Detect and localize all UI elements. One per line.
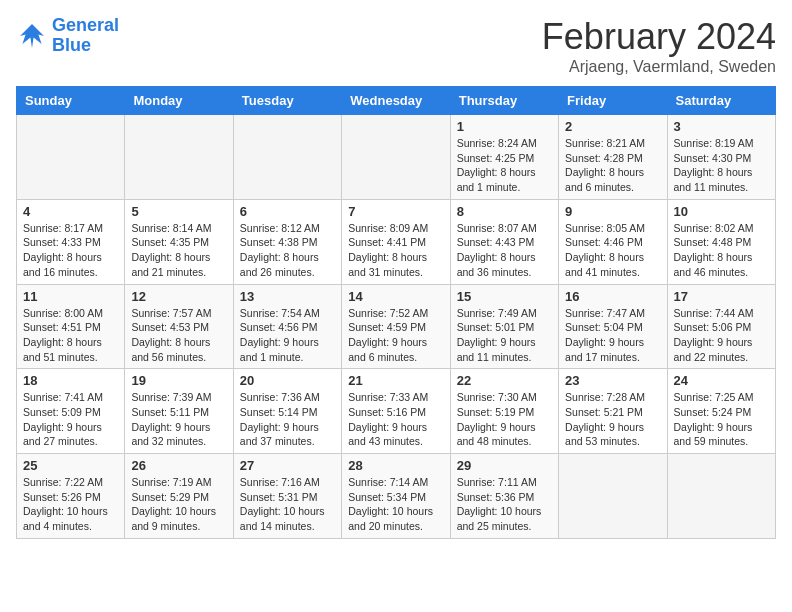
day-info: Sunrise: 7:16 AM Sunset: 5:31 PM Dayligh… <box>240 475 335 534</box>
day-number: 26 <box>131 458 226 473</box>
day-info: Sunrise: 7:36 AM Sunset: 5:14 PM Dayligh… <box>240 390 335 449</box>
calendar-cell <box>667 454 775 539</box>
day-info: Sunrise: 7:39 AM Sunset: 5:11 PM Dayligh… <box>131 390 226 449</box>
day-info: Sunrise: 8:21 AM Sunset: 4:28 PM Dayligh… <box>565 136 660 195</box>
calendar-cell: 10Sunrise: 8:02 AM Sunset: 4:48 PM Dayli… <box>667 199 775 284</box>
day-info: Sunrise: 7:22 AM Sunset: 5:26 PM Dayligh… <box>23 475 118 534</box>
week-row-5: 25Sunrise: 7:22 AM Sunset: 5:26 PM Dayli… <box>17 454 776 539</box>
day-number: 21 <box>348 373 443 388</box>
day-info: Sunrise: 7:49 AM Sunset: 5:01 PM Dayligh… <box>457 306 552 365</box>
day-number: 27 <box>240 458 335 473</box>
calendar-cell: 1Sunrise: 8:24 AM Sunset: 4:25 PM Daylig… <box>450 115 558 200</box>
calendar-cell <box>233 115 341 200</box>
day-info: Sunrise: 8:00 AM Sunset: 4:51 PM Dayligh… <box>23 306 118 365</box>
day-info: Sunrise: 7:47 AM Sunset: 5:04 PM Dayligh… <box>565 306 660 365</box>
calendar-cell: 21Sunrise: 7:33 AM Sunset: 5:16 PM Dayli… <box>342 369 450 454</box>
calendar-table: SundayMondayTuesdayWednesdayThursdayFrid… <box>16 86 776 539</box>
day-info: Sunrise: 7:52 AM Sunset: 4:59 PM Dayligh… <box>348 306 443 365</box>
logo-icon <box>16 20 48 52</box>
day-info: Sunrise: 8:19 AM Sunset: 4:30 PM Dayligh… <box>674 136 769 195</box>
calendar-cell: 20Sunrise: 7:36 AM Sunset: 5:14 PM Dayli… <box>233 369 341 454</box>
day-info: Sunrise: 7:11 AM Sunset: 5:36 PM Dayligh… <box>457 475 552 534</box>
calendar-cell: 12Sunrise: 7:57 AM Sunset: 4:53 PM Dayli… <box>125 284 233 369</box>
day-number: 6 <box>240 204 335 219</box>
day-number: 10 <box>674 204 769 219</box>
week-row-3: 11Sunrise: 8:00 AM Sunset: 4:51 PM Dayli… <box>17 284 776 369</box>
header-thursday: Thursday <box>450 87 558 115</box>
day-number: 7 <box>348 204 443 219</box>
day-info: Sunrise: 7:41 AM Sunset: 5:09 PM Dayligh… <box>23 390 118 449</box>
day-info: Sunrise: 7:25 AM Sunset: 5:24 PM Dayligh… <box>674 390 769 449</box>
header-saturday: Saturday <box>667 87 775 115</box>
day-number: 1 <box>457 119 552 134</box>
day-number: 29 <box>457 458 552 473</box>
calendar-cell <box>342 115 450 200</box>
page-title: February 2024 <box>542 16 776 58</box>
day-info: Sunrise: 7:57 AM Sunset: 4:53 PM Dayligh… <box>131 306 226 365</box>
calendar-cell: 25Sunrise: 7:22 AM Sunset: 5:26 PM Dayli… <box>17 454 125 539</box>
day-info: Sunrise: 8:07 AM Sunset: 4:43 PM Dayligh… <box>457 221 552 280</box>
calendar-cell <box>125 115 233 200</box>
day-info: Sunrise: 7:14 AM Sunset: 5:34 PM Dayligh… <box>348 475 443 534</box>
day-number: 20 <box>240 373 335 388</box>
calendar-header-row: SundayMondayTuesdayWednesdayThursdayFrid… <box>17 87 776 115</box>
week-row-1: 1Sunrise: 8:24 AM Sunset: 4:25 PM Daylig… <box>17 115 776 200</box>
calendar-cell: 6Sunrise: 8:12 AM Sunset: 4:38 PM Daylig… <box>233 199 341 284</box>
svg-marker-0 <box>20 24 44 48</box>
calendar-cell: 11Sunrise: 8:00 AM Sunset: 4:51 PM Dayli… <box>17 284 125 369</box>
day-number: 25 <box>23 458 118 473</box>
day-info: Sunrise: 8:17 AM Sunset: 4:33 PM Dayligh… <box>23 221 118 280</box>
day-number: 18 <box>23 373 118 388</box>
day-number: 8 <box>457 204 552 219</box>
day-info: Sunrise: 8:12 AM Sunset: 4:38 PM Dayligh… <box>240 221 335 280</box>
day-number: 19 <box>131 373 226 388</box>
day-number: 5 <box>131 204 226 219</box>
calendar-cell <box>17 115 125 200</box>
header-friday: Friday <box>559 87 667 115</box>
day-number: 3 <box>674 119 769 134</box>
header-wednesday: Wednesday <box>342 87 450 115</box>
day-number: 13 <box>240 289 335 304</box>
calendar-cell: 27Sunrise: 7:16 AM Sunset: 5:31 PM Dayli… <box>233 454 341 539</box>
title-section: February 2024 Arjaeng, Vaermland, Sweden <box>542 16 776 76</box>
logo: General Blue <box>16 16 119 56</box>
day-number: 17 <box>674 289 769 304</box>
calendar-cell: 4Sunrise: 8:17 AM Sunset: 4:33 PM Daylig… <box>17 199 125 284</box>
page-subtitle: Arjaeng, Vaermland, Sweden <box>542 58 776 76</box>
day-number: 14 <box>348 289 443 304</box>
day-number: 23 <box>565 373 660 388</box>
calendar-cell <box>559 454 667 539</box>
day-info: Sunrise: 7:19 AM Sunset: 5:29 PM Dayligh… <box>131 475 226 534</box>
day-info: Sunrise: 8:05 AM Sunset: 4:46 PM Dayligh… <box>565 221 660 280</box>
calendar-cell: 13Sunrise: 7:54 AM Sunset: 4:56 PM Dayli… <box>233 284 341 369</box>
day-number: 11 <box>23 289 118 304</box>
calendar-cell: 8Sunrise: 8:07 AM Sunset: 4:43 PM Daylig… <box>450 199 558 284</box>
day-info: Sunrise: 8:14 AM Sunset: 4:35 PM Dayligh… <box>131 221 226 280</box>
calendar-cell: 15Sunrise: 7:49 AM Sunset: 5:01 PM Dayli… <box>450 284 558 369</box>
header-tuesday: Tuesday <box>233 87 341 115</box>
calendar-cell: 17Sunrise: 7:44 AM Sunset: 5:06 PM Dayli… <box>667 284 775 369</box>
header-monday: Monday <box>125 87 233 115</box>
day-info: Sunrise: 7:30 AM Sunset: 5:19 PM Dayligh… <box>457 390 552 449</box>
day-info: Sunrise: 8:09 AM Sunset: 4:41 PM Dayligh… <box>348 221 443 280</box>
day-number: 24 <box>674 373 769 388</box>
day-info: Sunrise: 7:33 AM Sunset: 5:16 PM Dayligh… <box>348 390 443 449</box>
calendar-cell: 29Sunrise: 7:11 AM Sunset: 5:36 PM Dayli… <box>450 454 558 539</box>
logo-text: General Blue <box>52 16 119 56</box>
page-header: General Blue February 2024 Arjaeng, Vaer… <box>16 16 776 76</box>
day-number: 28 <box>348 458 443 473</box>
calendar-cell: 5Sunrise: 8:14 AM Sunset: 4:35 PM Daylig… <box>125 199 233 284</box>
day-info: Sunrise: 7:44 AM Sunset: 5:06 PM Dayligh… <box>674 306 769 365</box>
calendar-cell: 2Sunrise: 8:21 AM Sunset: 4:28 PM Daylig… <box>559 115 667 200</box>
day-number: 12 <box>131 289 226 304</box>
calendar-cell: 3Sunrise: 8:19 AM Sunset: 4:30 PM Daylig… <box>667 115 775 200</box>
calendar-cell: 26Sunrise: 7:19 AM Sunset: 5:29 PM Dayli… <box>125 454 233 539</box>
calendar-cell: 14Sunrise: 7:52 AM Sunset: 4:59 PM Dayli… <box>342 284 450 369</box>
week-row-4: 18Sunrise: 7:41 AM Sunset: 5:09 PM Dayli… <box>17 369 776 454</box>
day-number: 9 <box>565 204 660 219</box>
day-number: 22 <box>457 373 552 388</box>
day-number: 15 <box>457 289 552 304</box>
calendar-cell: 16Sunrise: 7:47 AM Sunset: 5:04 PM Dayli… <box>559 284 667 369</box>
week-row-2: 4Sunrise: 8:17 AM Sunset: 4:33 PM Daylig… <box>17 199 776 284</box>
calendar-cell: 23Sunrise: 7:28 AM Sunset: 5:21 PM Dayli… <box>559 369 667 454</box>
